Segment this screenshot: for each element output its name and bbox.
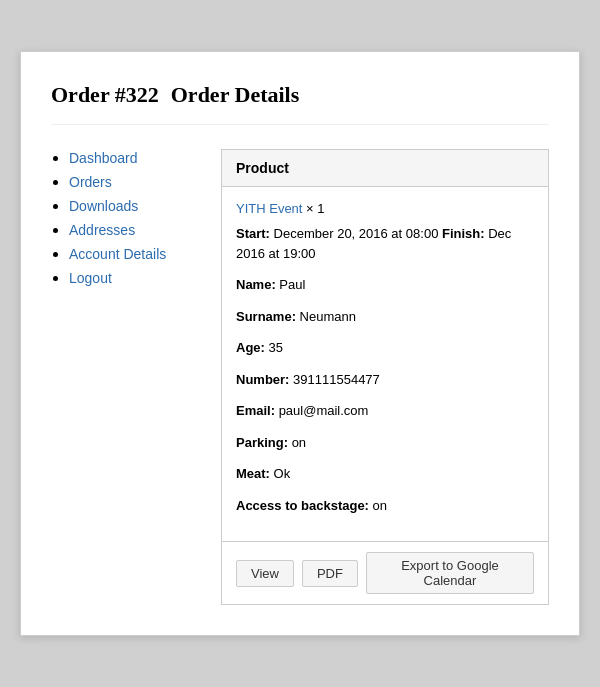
sidebar-item-link-logout[interactable]: Logout (69, 270, 112, 286)
field-label: Parking: (236, 435, 292, 450)
detail-row: Access to backstage: on (236, 496, 534, 516)
view-button[interactable]: View (236, 560, 294, 587)
detail-row: Meat: Ok (236, 464, 534, 484)
sidebar-item-link-addresses[interactable]: Addresses (69, 222, 135, 238)
sidebar-item: Logout (69, 269, 201, 287)
sidebar-item: Addresses (69, 221, 201, 239)
detail-row: Parking: on (236, 433, 534, 453)
order-number: Order #322 (51, 82, 159, 108)
page-container: Order #322 Order Details DashboardOrders… (20, 51, 580, 636)
sidebar-item: Orders (69, 173, 201, 191)
field-value: 35 (269, 340, 283, 355)
sidebar-item-link-orders[interactable]: Orders (69, 174, 112, 190)
product-fields: Name: PaulSurname: NeumannAge: 35Number:… (236, 275, 534, 515)
actions-bar: View PDF Export to Google Calendar (222, 541, 548, 604)
product-header: Product (222, 150, 548, 187)
product-qty: × 1 (306, 201, 324, 216)
field-label: Age: (236, 340, 269, 355)
sidebar: DashboardOrdersDownloadsAddressesAccount… (51, 149, 201, 605)
sidebar-item-link-account-details[interactable]: Account Details (69, 246, 166, 262)
detail-row: Surname: Neumann (236, 307, 534, 327)
field-label: Name: (236, 277, 279, 292)
pdf-button[interactable]: PDF (302, 560, 358, 587)
detail-row: Name: Paul (236, 275, 534, 295)
content-layout: DashboardOrdersDownloadsAddressesAccount… (51, 149, 549, 605)
product-body: YITH Event × 1 Start: December 20, 2016 … (222, 187, 548, 541)
field-value: 391111554477 (293, 372, 380, 387)
sidebar-item: Dashboard (69, 149, 201, 167)
field-label: Email: (236, 403, 279, 418)
product-dates: Start: December 20, 2016 at 08:00 Finish… (236, 224, 534, 263)
start-value: December 20, 2016 at 08:00 (274, 226, 439, 241)
field-value: paul@mail.com (279, 403, 369, 418)
field-label: Surname: (236, 309, 300, 324)
detail-row: Number: 391111554477 (236, 370, 534, 390)
field-value: Ok (274, 466, 291, 481)
field-label: Access to backstage: (236, 498, 373, 513)
order-details-title: Order Details (171, 82, 300, 108)
field-value: Paul (279, 277, 305, 292)
field-value: Neumann (300, 309, 356, 324)
field-label: Meat: (236, 466, 274, 481)
export-button[interactable]: Export to Google Calendar (366, 552, 534, 594)
product-top-row: YITH Event × 1 (236, 201, 534, 216)
sidebar-nav: DashboardOrdersDownloadsAddressesAccount… (51, 149, 201, 287)
sidebar-item: Downloads (69, 197, 201, 215)
detail-row: Age: 35 (236, 338, 534, 358)
page-header: Order #322 Order Details (51, 82, 549, 125)
field-label: Number: (236, 372, 293, 387)
finish-label: Finish: (442, 226, 485, 241)
detail-row: Email: paul@mail.com (236, 401, 534, 421)
sidebar-item-link-downloads[interactable]: Downloads (69, 198, 138, 214)
sidebar-item-link-dashboard[interactable]: Dashboard (69, 150, 138, 166)
start-label: Start: (236, 226, 270, 241)
sidebar-item: Account Details (69, 245, 201, 263)
product-link[interactable]: YITH Event (236, 201, 302, 216)
field-value: on (292, 435, 306, 450)
field-value: on (373, 498, 387, 513)
main-content: Product YITH Event × 1 Start: December 2… (221, 149, 549, 605)
